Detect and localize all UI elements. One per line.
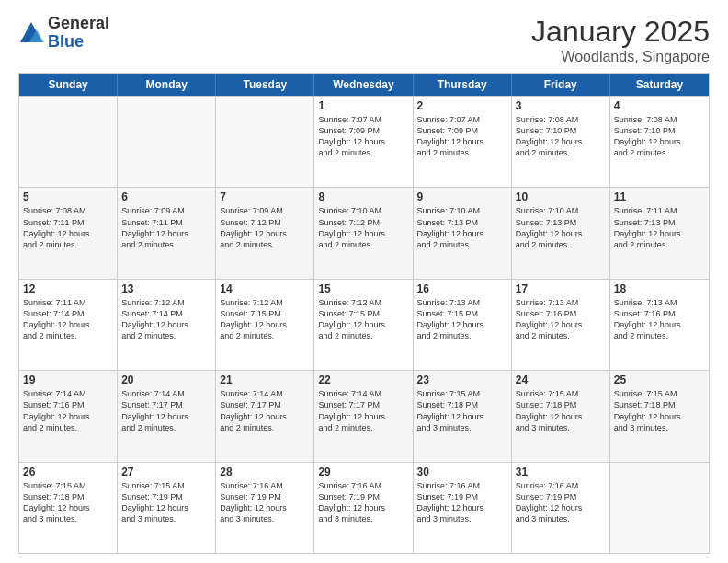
day-number: 5 [23,190,113,203]
cal-cell-0-0 [19,97,118,187]
day-info: Sunrise: 7:11 AM Sunset: 7:13 PM Dayligh… [614,205,705,250]
day-info: Sunrise: 7:07 AM Sunset: 7:09 PM Dayligh… [318,114,408,159]
cal-cell-4-6 [610,463,709,553]
day-number: 27 [121,465,211,478]
day-number: 4 [614,99,705,112]
header-cell-sunday: Sunday [19,74,118,96]
cal-cell-4-3: 29Sunrise: 7:16 AM Sunset: 7:19 PM Dayli… [314,463,413,553]
day-number: 14 [220,282,310,295]
page: General Blue January 2025 Woodlands, Sin… [0,0,728,563]
day-number: 12 [23,282,113,295]
day-number: 7 [220,190,310,203]
day-number: 29 [318,465,408,478]
day-info: Sunrise: 7:13 AM Sunset: 7:15 PM Dayligh… [417,297,507,342]
header-cell-wednesday: Wednesday [314,74,413,96]
day-info: Sunrise: 7:11 AM Sunset: 7:14 PM Dayligh… [23,297,113,342]
logo-blue-text: Blue [48,33,109,52]
cal-cell-0-1 [118,97,216,187]
cal-row-4: 26Sunrise: 7:15 AM Sunset: 7:18 PM Dayli… [19,462,709,553]
logo-general-text: General [48,15,109,33]
title-block: January 2025 Woodlands, Singapore [531,15,710,65]
day-info: Sunrise: 7:13 AM Sunset: 7:16 PM Dayligh… [614,297,705,342]
day-number: 15 [318,282,408,295]
day-info: Sunrise: 7:14 AM Sunset: 7:17 PM Dayligh… [121,388,211,433]
day-info: Sunrise: 7:16 AM Sunset: 7:19 PM Dayligh… [417,480,507,525]
day-number: 22 [318,373,408,386]
cal-cell-4-2: 28Sunrise: 7:16 AM Sunset: 7:19 PM Dayli… [216,463,314,553]
cal-cell-0-2 [216,97,314,187]
cal-cell-0-4: 2Sunrise: 7:07 AM Sunset: 7:09 PM Daylig… [414,97,512,187]
cal-cell-1-0: 5Sunrise: 7:08 AM Sunset: 7:11 PM Daylig… [19,188,118,278]
calendar: SundayMondayTuesdayWednesdayThursdayFrid… [18,73,710,554]
header-cell-saturday: Saturday [610,74,709,96]
day-info: Sunrise: 7:15 AM Sunset: 7:18 PM Dayligh… [614,388,705,433]
day-number: 17 [516,282,606,295]
day-number: 23 [417,373,507,386]
day-info: Sunrise: 7:15 AM Sunset: 7:18 PM Dayligh… [417,388,507,433]
cal-cell-1-3: 8Sunrise: 7:10 AM Sunset: 7:12 PM Daylig… [314,188,413,278]
day-info: Sunrise: 7:16 AM Sunset: 7:19 PM Dayligh… [516,480,606,525]
cal-cell-2-5: 17Sunrise: 7:13 AM Sunset: 7:16 PM Dayli… [512,280,610,370]
day-info: Sunrise: 7:16 AM Sunset: 7:19 PM Dayligh… [318,480,408,525]
cal-cell-0-5: 3Sunrise: 7:08 AM Sunset: 7:10 PM Daylig… [512,97,610,187]
cal-cell-4-4: 30Sunrise: 7:16 AM Sunset: 7:19 PM Dayli… [414,463,512,553]
cal-cell-1-6: 11Sunrise: 7:11 AM Sunset: 7:13 PM Dayli… [610,188,709,278]
cal-cell-3-3: 22Sunrise: 7:14 AM Sunset: 7:17 PM Dayli… [314,371,413,461]
calendar-header: SundayMondayTuesdayWednesdayThursdayFrid… [19,74,709,96]
day-number: 28 [220,465,310,478]
day-number: 1 [318,99,408,112]
day-number: 8 [318,190,408,203]
cal-cell-2-3: 15Sunrise: 7:12 AM Sunset: 7:15 PM Dayli… [314,280,413,370]
day-number: 20 [121,373,211,386]
cal-cell-3-2: 21Sunrise: 7:14 AM Sunset: 7:17 PM Dayli… [216,371,314,461]
day-number: 21 [220,373,310,386]
cal-cell-2-0: 12Sunrise: 7:11 AM Sunset: 7:14 PM Dayli… [19,280,118,370]
day-number: 16 [417,282,507,295]
day-info: Sunrise: 7:14 AM Sunset: 7:17 PM Dayligh… [318,388,408,433]
cal-cell-3-5: 24Sunrise: 7:15 AM Sunset: 7:18 PM Dayli… [512,371,610,461]
day-number: 26 [23,465,113,478]
day-number: 31 [516,465,606,478]
header-cell-friday: Friday [512,74,610,96]
cal-cell-2-1: 13Sunrise: 7:12 AM Sunset: 7:14 PM Dayli… [118,280,216,370]
day-info: Sunrise: 7:15 AM Sunset: 7:19 PM Dayligh… [121,480,211,525]
cal-cell-0-3: 1Sunrise: 7:07 AM Sunset: 7:09 PM Daylig… [314,97,413,187]
header-cell-thursday: Thursday [414,74,512,96]
day-info: Sunrise: 7:12 AM Sunset: 7:15 PM Dayligh… [318,297,408,342]
day-info: Sunrise: 7:08 AM Sunset: 7:11 PM Dayligh… [23,205,113,250]
day-number: 13 [121,282,211,295]
title-location: Woodlands, Singapore [531,49,710,65]
day-info: Sunrise: 7:15 AM Sunset: 7:18 PM Dayligh… [516,388,606,433]
cal-cell-2-6: 18Sunrise: 7:13 AM Sunset: 7:16 PM Dayli… [610,280,709,370]
cal-cell-1-1: 6Sunrise: 7:09 AM Sunset: 7:11 PM Daylig… [118,188,216,278]
day-number: 19 [23,373,113,386]
day-info: Sunrise: 7:10 AM Sunset: 7:13 PM Dayligh… [516,205,606,250]
header-cell-monday: Monday [118,74,216,96]
day-number: 25 [614,373,705,386]
cal-cell-0-6: 4Sunrise: 7:08 AM Sunset: 7:10 PM Daylig… [610,97,709,187]
cal-row-2: 12Sunrise: 7:11 AM Sunset: 7:14 PM Dayli… [19,279,709,370]
day-number: 9 [417,190,507,203]
day-number: 30 [417,465,507,478]
day-info: Sunrise: 7:16 AM Sunset: 7:19 PM Dayligh… [220,480,310,525]
day-info: Sunrise: 7:09 AM Sunset: 7:12 PM Dayligh… [220,205,310,250]
cal-cell-3-1: 20Sunrise: 7:14 AM Sunset: 7:17 PM Dayli… [118,371,216,461]
day-number: 6 [121,190,211,203]
day-info: Sunrise: 7:08 AM Sunset: 7:10 PM Dayligh… [614,114,705,159]
day-info: Sunrise: 7:10 AM Sunset: 7:12 PM Dayligh… [318,205,408,250]
cal-cell-2-2: 14Sunrise: 7:12 AM Sunset: 7:15 PM Dayli… [216,280,314,370]
cal-cell-3-6: 25Sunrise: 7:15 AM Sunset: 7:18 PM Dayli… [610,371,709,461]
cal-cell-1-2: 7Sunrise: 7:09 AM Sunset: 7:12 PM Daylig… [216,188,314,278]
day-info: Sunrise: 7:12 AM Sunset: 7:15 PM Dayligh… [220,297,310,342]
day-info: Sunrise: 7:12 AM Sunset: 7:14 PM Dayligh… [121,297,211,342]
day-number: 3 [516,99,606,112]
cal-cell-3-4: 23Sunrise: 7:15 AM Sunset: 7:18 PM Dayli… [414,371,512,461]
day-number: 2 [417,99,507,112]
cal-cell-2-4: 16Sunrise: 7:13 AM Sunset: 7:15 PM Dayli… [414,280,512,370]
day-number: 11 [614,190,705,203]
day-number: 24 [516,373,606,386]
cal-row-3: 19Sunrise: 7:14 AM Sunset: 7:16 PM Dayli… [19,370,709,461]
day-info: Sunrise: 7:07 AM Sunset: 7:09 PM Dayligh… [417,114,507,159]
cal-row-1: 5Sunrise: 7:08 AM Sunset: 7:11 PM Daylig… [19,187,709,278]
day-number: 10 [516,190,606,203]
